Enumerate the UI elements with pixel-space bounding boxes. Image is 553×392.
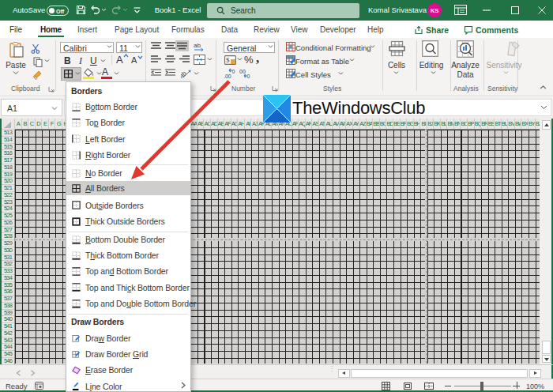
svg-text:0: 0 bbox=[232, 69, 235, 74]
svg-text:0: 0 bbox=[247, 74, 250, 79]
svg-text:00: 00 bbox=[239, 69, 246, 74]
svg-text:ab: ab bbox=[194, 42, 201, 49]
svg-text:$: $ bbox=[226, 56, 230, 64]
svg-text:.00: .00 bbox=[224, 74, 231, 79]
